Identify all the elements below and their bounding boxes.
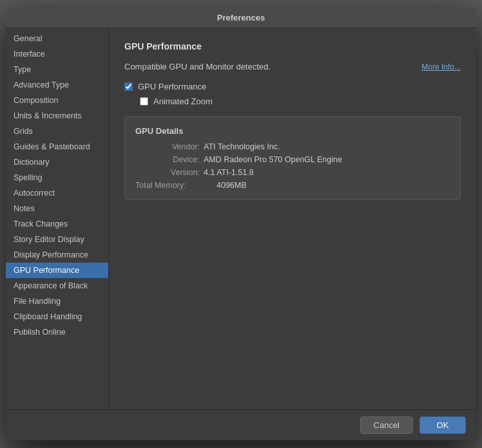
preferences-dialog: Preferences GeneralInterfaceTypeAdvanced…: [6, 8, 476, 440]
vendor-label: Vendor:: [135, 142, 200, 151]
sidebar-item-general[interactable]: General: [6, 31, 108, 46]
content-area: GeneralInterfaceTypeAdvanced TypeComposi…: [6, 28, 476, 409]
sidebar-item-display-performance[interactable]: Display Performance: [6, 247, 108, 263]
sidebar-item-clipboard-handling[interactable]: Clipboard Handling: [6, 309, 108, 324]
device-row: Device: AMD Radeon Pro 570 OpenGL Engine: [135, 155, 450, 164]
gpu-details-box: GPU Details Vendor: ATI Technologies Inc…: [124, 117, 461, 200]
sidebar-item-composition[interactable]: Composition: [6, 93, 108, 108]
sidebar-item-autocorrect[interactable]: Autocorrect: [6, 185, 108, 201]
vendor-value: ATI Technologies Inc.: [204, 142, 280, 151]
sidebar-item-file-handling[interactable]: File Handling: [6, 294, 108, 309]
sidebar-item-publish-online[interactable]: Publish Online: [6, 324, 108, 340]
section-title: GPU Performance: [124, 41, 461, 51]
version-value: 4.1 ATI-1.51.8: [204, 168, 254, 177]
sidebar-item-track-changes[interactable]: Track Changes: [6, 216, 108, 232]
sidebar-item-appearance-of-black[interactable]: Appearance of Black: [6, 278, 108, 294]
animated-zoom-label: Animated Zoom: [153, 97, 213, 106]
memory-row: Total Memory: 4096MB: [135, 181, 450, 190]
animated-zoom-checkbox[interactable]: [140, 97, 148, 106]
more-info-link[interactable]: More Info...: [421, 62, 461, 71]
sidebar-item-spelling[interactable]: Spelling: [6, 170, 108, 185]
sidebar-item-guides-pasteboard[interactable]: Guides & Pasteboard: [6, 139, 108, 154]
device-value: AMD Radeon Pro 570 OpenGL Engine: [204, 155, 342, 164]
sidebar-item-interface[interactable]: Interface: [6, 46, 108, 62]
animated-zoom-checkbox-row: Animated Zoom: [140, 97, 461, 106]
sidebar-item-story-editor-display[interactable]: Story Editor Display: [6, 232, 108, 247]
cancel-button[interactable]: Cancel: [360, 416, 413, 434]
status-text: Compatible GPU and Monitor detected.: [124, 62, 271, 71]
sidebar-item-grids[interactable]: Grids: [6, 124, 108, 139]
sidebar-item-gpu-performance[interactable]: GPU Performance: [6, 263, 108, 278]
sidebar-item-units-increments[interactable]: Units & Increments: [6, 108, 108, 124]
memory-label: Total Memory:: [135, 181, 213, 190]
ok-button[interactable]: OK: [419, 416, 466, 434]
dialog-footer: Cancel OK: [6, 409, 476, 440]
status-row: Compatible GPU and Monitor detected. Mor…: [124, 62, 461, 71]
gpu-performance-checkbox[interactable]: [124, 82, 133, 91]
dialog-title: Preferences: [6, 8, 476, 28]
vendor-row: Vendor: ATI Technologies Inc.: [135, 142, 450, 151]
gpu-performance-label: GPU Performance: [138, 82, 206, 91]
sidebar-item-advanced-type[interactable]: Advanced Type: [6, 77, 108, 93]
sidebar: GeneralInterfaceTypeAdvanced TypeComposi…: [6, 28, 109, 409]
version-label: Version:: [135, 168, 200, 177]
device-label: Device:: [135, 155, 200, 164]
gpu-details-title: GPU Details: [135, 126, 450, 136]
gpu-performance-checkbox-row: GPU Performance: [124, 82, 461, 91]
version-row: Version: 4.1 ATI-1.51.8: [135, 168, 450, 177]
sidebar-item-notes[interactable]: Notes: [6, 201, 108, 216]
sidebar-item-dictionary[interactable]: Dictionary: [6, 154, 108, 170]
main-panel: GPU Performance Compatible GPU and Monit…: [109, 28, 476, 409]
sidebar-item-type[interactable]: Type: [6, 62, 108, 77]
memory-value: 4096MB: [217, 181, 247, 190]
